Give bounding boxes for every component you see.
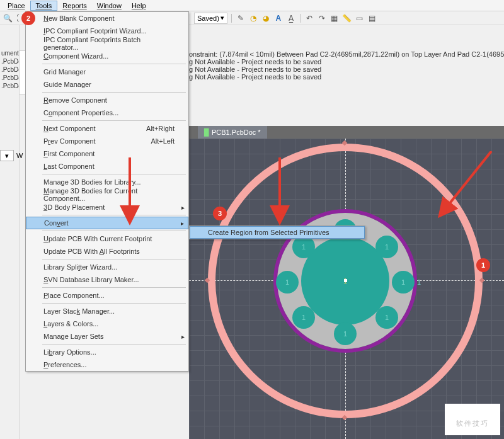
menu-item-label: Component Wizard... — [43, 52, 108, 60]
menu-item-label: Manage 3D Bodies for Current Component..… — [43, 187, 175, 202]
menu-item-layers-colors[interactable]: Layers & Colors... — [26, 317, 188, 330]
menu-item-shortcut: Alt+Right — [146, 125, 175, 132]
menu-item-next-component[interactable]: Next ComponentAlt+Right — [26, 122, 188, 135]
dimension-icon[interactable]: ◔ — [248, 13, 258, 23]
annotation-arrow — [261, 157, 299, 227]
menu-separator — [42, 120, 186, 121]
text-icon[interactable]: A — [273, 13, 284, 23]
zoom-area-icon[interactable]: 🔍 — [3, 13, 13, 23]
pad[interactable]: 1 — [375, 306, 398, 329]
message-line: g Not Available - Project needs to be sa… — [189, 66, 504, 73]
menu-item-grid-manager[interactable]: Grid Manager — [26, 66, 188, 78]
menu-item-first-component[interactable]: First Component — [26, 147, 188, 160]
message-line: g Not Available - Project needs to be sa… — [189, 73, 504, 81]
dropdown-text: Saved) — [197, 14, 219, 22]
menu-item-label: SVN Database Library Maker... — [43, 276, 139, 283]
box-icon[interactable]: ▭ — [355, 13, 365, 23]
measure-icon[interactable]: 📏 — [342, 13, 352, 23]
callout-marker-3: 3 — [213, 207, 227, 220]
menu-item-manage-3d-bodies-for-library[interactable]: Manage 3D Bodies for Library... — [26, 176, 188, 188]
menu-item-label: Next Component — [43, 125, 96, 132]
menu-place[interactable]: Place — [3, 1, 30, 10]
menu-item-component-wizard[interactable]: Component Wizard... — [26, 50, 188, 62]
pad[interactable]: 1 1 — [392, 271, 415, 294]
menu-separator — [42, 303, 186, 304]
menu-item-label: Convert — [44, 219, 69, 227]
menu-item-3d-body-placement[interactable]: 3D Body Placement — [26, 201, 188, 214]
message-line: onstraint: (7.874mil < 10mil) Between Pa… — [189, 50, 504, 58]
menu-item-label: First Component — [43, 150, 94, 157]
menu-item-convert[interactable]: Convert — [26, 217, 188, 229]
menu-item-component-properties[interactable]: Component Properties... — [26, 106, 188, 119]
menu-separator — [42, 287, 186, 288]
menu-item-remove-component[interactable]: Remove Component — [26, 94, 188, 106]
menu-item-label: IPC Compliant Footprints Batch generator… — [43, 36, 175, 51]
clear-icon[interactable]: ✎ — [236, 13, 246, 23]
menu-item-manage-layer-sets[interactable]: Manage Layer Sets — [26, 330, 188, 343]
menu-item-label: Place Component... — [43, 292, 105, 299]
menu-item-update-pcb-with-current-footprint[interactable]: Update PCB With Current Footprint — [26, 232, 188, 245]
create-region-from-selected-primitives[interactable]: Create Region from Selected Primitives — [190, 226, 365, 239]
menu-item-layer-stack-manager[interactable]: Layer Stack Manager... — [26, 305, 188, 317]
menu-item-ipc-compliant-footprints-batch-generator[interactable]: IPC Compliant Footprints Batch generator… — [26, 37, 188, 50]
frame-icon[interactable]: A̲ — [286, 13, 296, 23]
menu-item-prev-component[interactable]: Prev ComponentAlt+Left — [26, 135, 188, 147]
menu-item-label: Manage Layer Sets — [43, 333, 103, 340]
menu-help[interactable]: Help — [127, 1, 151, 10]
menu-item-label: 3D Body Placement — [43, 203, 105, 211]
pad[interactable]: 1 — [334, 322, 357, 345]
chevron-down-icon: ▾ — [220, 14, 224, 22]
menu-item-label: Library Splitter Wizard... — [43, 263, 117, 271]
menu-separator — [42, 344, 186, 345]
menubar: Place Tools Reports Window Help — [0, 0, 504, 11]
tools-dropdown: New Blank ComponentIPC Compliant Footpri… — [25, 11, 189, 372]
dim2-icon[interactable]: ◕ — [261, 13, 271, 23]
menu-window[interactable]: Window — [92, 1, 127, 10]
submenu-label: Create Region from Selected Primitives — [208, 229, 329, 236]
grid-icon[interactable]: ▦ — [329, 13, 340, 23]
callout-marker-1: 1 — [476, 258, 490, 272]
menu-item-last-component[interactable]: Last Component — [26, 160, 188, 173]
pad[interactable]: 1 — [292, 306, 315, 329]
menu-item-library-splitter-wizard[interactable]: Library Splitter Wizard... — [26, 261, 188, 273]
menu-item-shortcut: Alt+Left — [151, 137, 175, 145]
menu-item-label: Library Options... — [43, 348, 96, 356]
axis-tick-label: 1 — [417, 278, 421, 286]
menu-item-preferences[interactable]: Preferences... — [26, 358, 188, 371]
center-origin — [344, 279, 347, 282]
redo-icon[interactable]: ↷ — [317, 13, 327, 23]
mask-level-dropdown[interactable]: Saved) ▾ — [194, 13, 227, 24]
menu-item-place-component[interactable]: Place Component... — [26, 289, 188, 302]
menu-item-ipc-compliant-footprint-wizard[interactable]: IPC Compliant Footprint Wizard... — [26, 25, 188, 37]
menu-item-svn-database-library-maker[interactable]: SVN Database Library Maker... — [26, 273, 188, 286]
document-tab[interactable]: ▉ PCB1.PcbDoc * — [198, 126, 267, 139]
menu-item-label: Update PCB With Current Footprint — [43, 235, 152, 242]
menu-item-update-pcb-with-all-footprints[interactable]: Update PCB With All Footprints — [26, 245, 188, 258]
pad[interactable]: 1 — [375, 236, 398, 258]
menu-item-guide-manager[interactable]: Guide Manager — [26, 78, 188, 91]
menu-item-label: Preferences... — [43, 361, 86, 368]
menu-item-library-options[interactable]: Library Options... — [26, 346, 188, 358]
pcb-icon: ▉ — [204, 128, 209, 137]
messages-panel: onstraint: (7.874mil < 10mil) Between Pa… — [189, 50, 504, 81]
combo-box[interactable]: ▾ — [0, 150, 14, 161]
panel-icon[interactable]: ▤ — [367, 13, 377, 23]
document-tab-label: PCB1.PcbDoc * — [212, 128, 261, 136]
menu-item-new-blank-component[interactable]: New Blank Component — [26, 12, 188, 25]
menu-tools[interactable]: Tools — [30, 1, 58, 11]
menu-item-manage-3d-bodies-for-current-component[interactable]: Manage 3D Bodies for Current Component..… — [26, 188, 188, 201]
pad[interactable]: 1 — [276, 271, 299, 294]
undo-icon[interactable]: ↶ — [304, 13, 314, 23]
menu-item-label: Component Properties... — [43, 109, 118, 117]
combo-label: W — [16, 152, 23, 159]
annotation-arrow — [111, 157, 149, 227]
menu-item-label: Update PCB With All Footprints — [43, 248, 140, 255]
menu-item-label: Layers & Colors... — [43, 320, 98, 328]
convert-submenu: Create Region from Selected Primitives — [189, 225, 365, 239]
menu-item-label: IPC Compliant Footprint Wizard... — [43, 27, 147, 35]
menu-reports[interactable]: Reports — [57, 1, 92, 10]
menu-item-label: Prev Component — [43, 137, 96, 145]
menu-item-label: Grid Manager — [43, 68, 86, 76]
menu-separator — [42, 64, 186, 64]
svg-line-2 — [441, 151, 491, 214]
